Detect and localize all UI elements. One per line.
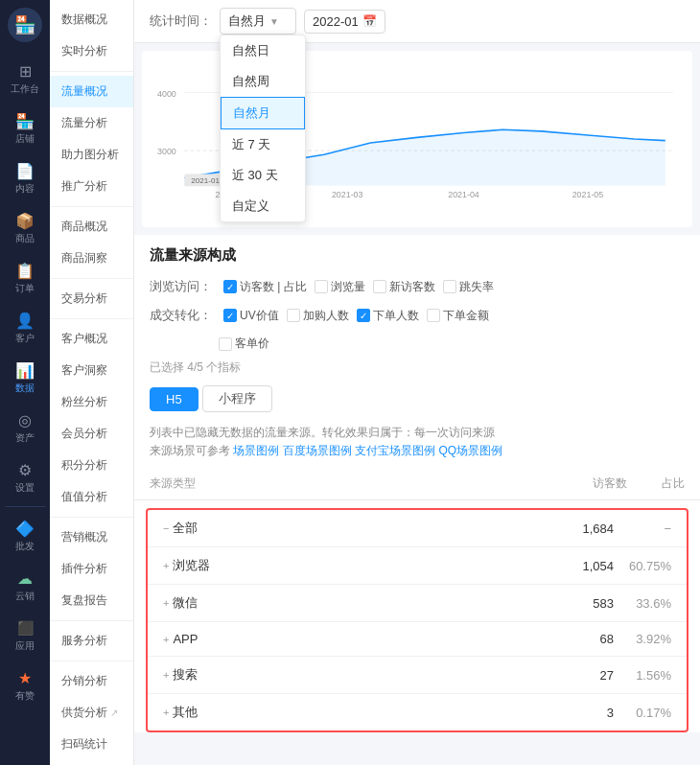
expand-other[interactable]: + bbox=[163, 707, 169, 718]
checkbox-bounce[interactable] bbox=[443, 280, 456, 293]
checkbox-unit-price[interactable] bbox=[219, 337, 232, 351]
date-input[interactable]: 2022-01 📅 bbox=[304, 10, 385, 34]
sidebar-section-3: 商品概况 商品洞察 bbox=[50, 207, 133, 279]
sidebar-item-plugin[interactable]: 插件分析 bbox=[50, 553, 133, 585]
option-30days[interactable]: 近 30 天 bbox=[221, 160, 305, 191]
metric-pageview[interactable]: 浏览量 bbox=[315, 279, 365, 295]
count-search: 27 bbox=[537, 668, 614, 683]
sidebar-item-apps[interactable]: ⬛ 应用 bbox=[0, 611, 50, 661]
checkbox-order-count[interactable]: ✓ bbox=[357, 309, 370, 322]
sidebar-item-order[interactable]: 📋 订单 bbox=[0, 253, 50, 303]
assets-icon: ◎ bbox=[15, 410, 35, 429]
checkbox-uv-value[interactable]: ✓ bbox=[223, 309, 237, 322]
sidebar-item-goods[interactable]: 📦 商品 bbox=[0, 203, 50, 253]
sidebar-item-youzan[interactable]: ★ 有赞 bbox=[0, 661, 50, 710]
checkbox-visitor[interactable]: ✓ bbox=[223, 280, 237, 293]
sidebar-item-verify[interactable]: 核销员业绩 bbox=[50, 760, 133, 765]
sidebar-item-content[interactable]: 📄 内容 bbox=[0, 153, 50, 203]
sidebar-item-assets[interactable]: ◎ 资产 bbox=[0, 403, 50, 452]
option-7days[interactable]: 近 7 天 bbox=[221, 129, 305, 160]
data-icon: 📊 bbox=[15, 360, 35, 380]
checkbox-pageview[interactable] bbox=[315, 280, 328, 293]
option-natural-month[interactable]: 自然月 bbox=[221, 97, 305, 129]
sidebar-item-review[interactable]: 复盘报告 bbox=[50, 585, 133, 616]
option-natural-week[interactable]: 自然周 bbox=[221, 66, 305, 97]
sidebar-item-traffic-overview[interactable]: 流量概况 bbox=[50, 76, 133, 107]
sidebar-item-goods-overview[interactable]: 商品概况 bbox=[50, 211, 133, 243]
logo: 🏪 bbox=[8, 8, 42, 42]
metric-add-cart-label: 加购人数 bbox=[303, 308, 349, 324]
link-scene[interactable]: 场景图例 bbox=[233, 444, 279, 457]
sidebar-item-service[interactable]: 服务分析 bbox=[50, 625, 133, 657]
metric-unit-price[interactable]: 客单价 bbox=[219, 336, 269, 352]
dropdown-trigger[interactable]: 自然月 ▼ bbox=[220, 8, 296, 35]
sidebar-item-cloud[interactable]: ☁ 云销 bbox=[0, 561, 50, 611]
sidebar-item-transaction[interactable]: 交易分析 bbox=[50, 283, 133, 314]
sidebar-item-customer[interactable]: 👤 客户 bbox=[0, 303, 50, 353]
sidebar-item-member[interactable]: 会员分析 bbox=[50, 418, 133, 450]
convert-label: 成交转化： bbox=[150, 307, 212, 324]
sidebar-item-value[interactable]: 值值分析 bbox=[50, 481, 133, 513]
sidebar-item-customer-overview[interactable]: 客户概况 bbox=[50, 323, 133, 355]
metric-order-amount[interactable]: 下单金额 bbox=[427, 308, 489, 324]
sidebar-section-8: 分销分析 供货分析 ↗ 扫码统计 核销员业绩 bbox=[50, 661, 133, 765]
link-baidu[interactable]: 百度场景图例 bbox=[283, 444, 352, 457]
sidebar-item-store[interactable]: 🏪 店铺 bbox=[0, 104, 50, 153]
metric-visitor[interactable]: ✓ 访客数 | 占比 bbox=[223, 279, 307, 295]
option-natural-day[interactable]: 自然日 bbox=[221, 35, 305, 66]
expand-app[interactable]: + bbox=[163, 634, 169, 645]
sidebar-item-funnel[interactable]: 助力图分析 bbox=[50, 139, 133, 171]
metric-uv-value-label: UV价值 bbox=[240, 308, 279, 324]
svg-text:4000: 4000 bbox=[157, 89, 176, 99]
time-filter-label: 统计时间： bbox=[150, 12, 212, 30]
sidebar-item-supply[interactable]: 供货分析 ↗ bbox=[50, 697, 133, 729]
expand-all[interactable]: − bbox=[163, 522, 169, 534]
sidebar-item-goods-insight[interactable]: 商品洞察 bbox=[50, 243, 133, 274]
sidebar-item-wholesale[interactable]: 🔷 批发 bbox=[0, 511, 50, 561]
table-row-app: + APP 68 3.92% bbox=[148, 622, 687, 657]
checkbox-order-amount[interactable] bbox=[427, 309, 440, 322]
table-header: 来源类型 访客数 占比 bbox=[134, 468, 700, 500]
metric-add-cart[interactable]: 加购人数 bbox=[287, 308, 349, 324]
metric-new-visitor-label: 新访客数 bbox=[389, 279, 435, 295]
sidebar-item-realtime[interactable]: 实时分析 bbox=[50, 35, 133, 67]
sidebar-item-marketing[interactable]: 营销概况 bbox=[50, 522, 133, 553]
metric-order-count-label: 下单人数 bbox=[373, 308, 419, 324]
checkbox-add-cart[interactable] bbox=[287, 309, 300, 322]
sidebar-item-promo[interactable]: 推广分析 bbox=[50, 171, 133, 202]
checkbox-new-visitor[interactable] bbox=[373, 280, 386, 293]
sidebar-item-workbench[interactable]: ⊞ 工作台 bbox=[0, 54, 50, 104]
svg-text:3000: 3000 bbox=[157, 147, 176, 156]
sidebar-item-distribution[interactable]: 分销分析 bbox=[50, 665, 133, 697]
table-row-browser: + 浏览器 1,054 60.75% bbox=[148, 547, 687, 585]
expand-search[interactable]: + bbox=[163, 669, 169, 681]
expand-browser[interactable]: + bbox=[163, 560, 169, 571]
sidebar-item-points[interactable]: 积分分析 bbox=[50, 450, 133, 481]
sidebar-item-scan[interactable]: 扫码统计 bbox=[50, 729, 133, 760]
metric-bounce[interactable]: 跳失率 bbox=[443, 279, 494, 295]
traffic-source-section: 流量来源构成 浏览访问： ✓ 访客数 | 占比 浏览量 新访客数 跳失率 成 bbox=[134, 235, 700, 732]
sidebar-item-data-overview[interactable]: 数据概况 bbox=[50, 4, 133, 35]
metric-uv-value[interactable]: ✓ UV价值 bbox=[223, 308, 279, 324]
expand-wechat[interactable]: + bbox=[163, 597, 169, 609]
sidebar-item-data[interactable]: 📊 数据 bbox=[0, 353, 50, 403]
tab-miniprogram[interactable]: 小程序 bbox=[202, 385, 272, 412]
sidebar-item-traffic-analysis[interactable]: 流量分析 bbox=[50, 107, 133, 139]
sidebar-section-1: 数据概况 实时分析 bbox=[50, 0, 133, 72]
link-alipay[interactable]: 支付宝场景图例 bbox=[355, 444, 435, 457]
pct-wechat: 33.6% bbox=[614, 596, 671, 611]
tab-h5[interactable]: H5 bbox=[150, 387, 198, 411]
pct-all: − bbox=[614, 522, 671, 536]
link-qq[interactable]: QQ场景图例 bbox=[438, 444, 502, 457]
date-value: 2022-01 bbox=[313, 14, 359, 29]
sidebar-item-settings[interactable]: ⚙ 设置 bbox=[0, 452, 50, 502]
metric-order-count[interactable]: ✓ 下单人数 bbox=[357, 308, 419, 324]
option-custom[interactable]: 自定义 bbox=[221, 191, 305, 221]
metric-new-visitor[interactable]: 新访客数 bbox=[373, 279, 435, 295]
time-period-dropdown[interactable]: 自然月 ▼ 自然日 自然周 自然月 近 7 天 近 30 天 自定义 bbox=[220, 8, 296, 35]
sidebar-item-customer-insight[interactable]: 客户洞察 bbox=[50, 355, 133, 386]
metric-bounce-label: 跳失率 bbox=[459, 279, 494, 295]
sidebar-item-fans[interactable]: 粉丝分析 bbox=[50, 386, 133, 418]
pct-search: 1.56% bbox=[614, 668, 671, 683]
youzan-icon: ★ bbox=[15, 668, 35, 687]
